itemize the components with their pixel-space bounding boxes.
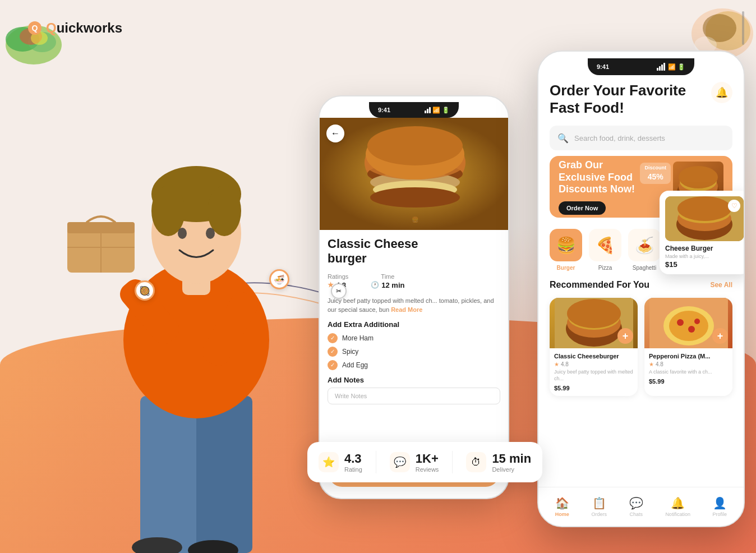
logo: Q Quickworks xyxy=(27,20,122,36)
rec-card-burger-body: Classic Cheeseburger ★ 4.8 Juicy beef pa… xyxy=(550,348,638,395)
divider xyxy=(376,451,376,473)
svg-rect-8 xyxy=(742,11,744,45)
notification-nav-icon: 🔔 xyxy=(671,496,685,510)
delivery-person-area xyxy=(34,71,359,553)
svg-point-48 xyxy=(567,299,621,328)
delivery-label: Delivery xyxy=(492,466,531,473)
category-spaghetti[interactable]: 🍝 Spaghetti xyxy=(628,229,661,271)
check-icon: ✓ xyxy=(328,360,338,370)
recommended-section-header: Recommended For You See All xyxy=(538,276,744,293)
clock-icon: ⏱ xyxy=(466,452,486,472)
addon-label: Add Egg xyxy=(342,361,368,369)
bottom-navigation: 🏠 Home 📋 Orders 💬 Chats 🔔 Notification 👤… xyxy=(538,487,744,526)
rating-star-icon: ⭐ xyxy=(319,452,339,472)
add-extra-title: Add Extra Additional xyxy=(328,320,500,329)
pizza-category-label: Pizza xyxy=(598,265,612,271)
search-icon: 🔍 xyxy=(557,133,569,144)
profile-label: Profile xyxy=(713,511,727,517)
svg-point-35 xyxy=(370,187,460,208)
front-phone-header: Order Your Favorite Fast Food! 🔔 xyxy=(538,75,744,121)
delivery-person-svg xyxy=(34,71,359,553)
stat-reviews-info: 1K+ Reviews xyxy=(416,451,439,473)
phones-container: 9:41 📶 🔋 ← xyxy=(319,50,745,538)
back-phone-notch: 9:41 📶 🔋 xyxy=(369,102,459,118)
time-value: 🕐 12 min xyxy=(371,281,404,289)
addon-label: More Ham xyxy=(342,334,374,342)
rec-card-burger-name: Classic Cheeseburger xyxy=(554,353,633,360)
rec-card-pizza-price: $5.99 xyxy=(649,378,728,385)
burger-float-desc: Made with a juicy,... xyxy=(665,254,744,259)
nav-profile[interactable]: 👤 Profile xyxy=(713,496,727,517)
svg-point-52 xyxy=(677,319,684,326)
svg-point-53 xyxy=(688,326,695,333)
nav-orders[interactable]: 📋 Orders xyxy=(592,496,607,517)
spaghetti-category-label: Spaghetti xyxy=(633,265,656,271)
notes-section: Add Notes Write Notes xyxy=(328,376,500,404)
rec-card-burger-price: $5.99 xyxy=(554,385,633,391)
notes-input[interactable]: Write Notes xyxy=(328,388,500,404)
read-more-link[interactable]: Read More xyxy=(391,306,422,313)
rec-card-burger-rating: ★ 4.8 xyxy=(554,361,633,367)
rec-card-pizza-desc: A classic favorite with a ch... xyxy=(649,369,728,376)
check-icon: ✓ xyxy=(328,333,338,343)
svg-rect-12 xyxy=(140,396,196,553)
notification-label: Notification xyxy=(665,511,690,517)
addon-add-egg[interactable]: ✓ Add Egg xyxy=(328,360,500,370)
orders-icon: 📋 xyxy=(592,496,606,510)
nav-notification[interactable]: 🔔 Notification xyxy=(665,496,690,517)
burger-float-card: ♡ Cheese Burger Made with a juicy,... $1… xyxy=(660,191,745,274)
burger-float-name: Cheese Burger xyxy=(665,245,744,252)
waypoint-1: 🥘 xyxy=(135,280,155,301)
category-burger[interactable]: 🍔 Burger xyxy=(550,229,582,271)
check-icon: ✓ xyxy=(328,347,338,357)
back-button[interactable]: ← xyxy=(326,125,344,142)
ratings-label: Ratings xyxy=(328,273,348,280)
burger-hero-svg: 🍔 xyxy=(320,118,508,230)
rec-card-burger[interactable]: + Classic Cheeseburger ★ 4.8 Juicy beef … xyxy=(550,298,638,395)
nav-home[interactable]: 🏠 Home xyxy=(555,496,569,517)
food-title: Classic Cheese burger xyxy=(328,237,500,266)
svg-point-38 xyxy=(367,126,463,165)
logo-icon: Q xyxy=(27,20,43,36)
reviews-label: Reviews xyxy=(416,466,439,473)
home-label: Home xyxy=(555,511,569,517)
back-phone-content: Classic Cheese burger Ratings ★ 4.8 Time… xyxy=(320,230,508,444)
chats-icon: 💬 xyxy=(629,496,643,510)
divider-2 xyxy=(452,451,453,473)
front-phone-time: 9:41 xyxy=(597,63,609,70)
recommended-title: Recommended For You xyxy=(550,280,649,290)
rec-card-pizza[interactable]: + Pepperoni Pizza (M... ★ 4.8 A classic … xyxy=(644,298,732,395)
stat-reviews: 💬 1K+ Reviews xyxy=(390,451,439,473)
reviews-icon: 💬 xyxy=(390,452,410,472)
search-bar[interactable]: 🔍 Search food, drink, desserts xyxy=(550,126,732,150)
ratings-row: Ratings ★ 4.8 Time 🕐 12 min xyxy=(328,273,500,289)
stat-rating: ⭐ 4.3 Rating xyxy=(319,451,362,473)
star-icon: ★ xyxy=(554,361,559,367)
order-now-button[interactable]: Order Now xyxy=(559,201,606,215)
notification-button[interactable]: 🔔 xyxy=(711,82,732,103)
see-all-button[interactable]: See All xyxy=(710,281,732,289)
addon-spicy[interactable]: ✓ Spicy xyxy=(328,347,500,357)
rec-card-pizza-body: Pepperoni Pizza (M... ★ 4.8 A classic fa… xyxy=(644,348,732,389)
food-description: Juicy beef patty topped with melted ch..… xyxy=(328,296,500,315)
category-pizza[interactable]: 🍕 Pizza xyxy=(589,229,621,271)
clock-icon: 🕐 xyxy=(371,281,379,289)
svg-text:Q: Q xyxy=(32,24,38,33)
chats-label: Chats xyxy=(629,511,643,517)
home-icon: 🏠 xyxy=(555,496,569,510)
star-icon: ★ xyxy=(649,361,654,367)
delivery-value: 15 min xyxy=(492,451,531,466)
stat-rating-info: 4.3 Rating xyxy=(344,451,362,473)
heart-button[interactable]: ♡ xyxy=(728,200,740,212)
discount-badge: Discount 45% xyxy=(640,163,671,184)
nav-chats[interactable]: 💬 Chats xyxy=(629,496,643,517)
orders-label: Orders xyxy=(592,511,607,517)
waypoint-2: 🍜 xyxy=(269,269,289,289)
profile-icon: 👤 xyxy=(713,496,727,510)
notes-title: Add Notes xyxy=(328,376,500,384)
addon-more-ham[interactable]: ✓ More Ham xyxy=(328,333,500,343)
back-phone-time: 9:41 xyxy=(378,107,390,113)
search-placeholder: Search food, drink, desserts xyxy=(574,134,665,142)
spaghetti-category-icon: 🍝 xyxy=(628,229,661,261)
front-phone-title: Order Your Favorite Fast Food! xyxy=(550,82,695,117)
